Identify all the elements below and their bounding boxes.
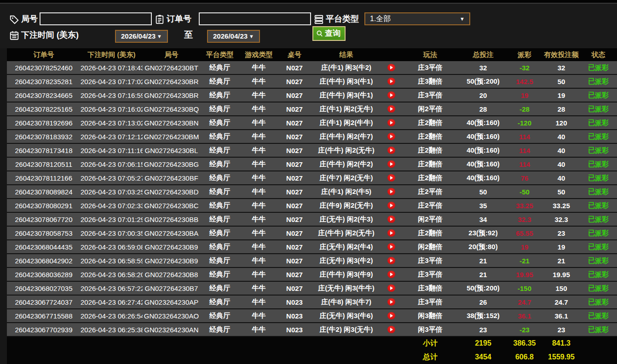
replay-play-button[interactable] [387, 229, 395, 237]
cell-round-no: GN027264230BA [143, 226, 200, 240]
table-row: 260423078252460 2026-04-23 07:18:43 GN02… [7, 61, 617, 74]
cell-payout: 19 [506, 88, 543, 102]
cell-platform-type: 经典厅 [200, 199, 239, 212]
cell-valid-bet: 23 [543, 226, 580, 240]
replay-play-button[interactable] [387, 216, 395, 223]
date-to-value: 2026/04/23 [213, 32, 248, 40]
cell-order-no: 260423078058753 [7, 226, 81, 240]
cell-replay [382, 88, 400, 102]
cell-table-no: N027 [278, 199, 311, 212]
cell-game-type: 牛牛 [239, 130, 278, 143]
replay-play-button[interactable] [387, 64, 395, 71]
cell-bet-time: 2026-04-23 07:16:59 [81, 88, 143, 102]
replay-play-button[interactable] [387, 312, 395, 319]
replay-play-button[interactable] [387, 326, 395, 333]
cell-order-no: 260423078067720 [7, 212, 81, 226]
cell-status: 已派彩 [580, 102, 617, 116]
cell-order-no: 260423068036289 [7, 267, 81, 281]
search-icon [316, 30, 323, 37]
replay-play-button[interactable] [387, 243, 395, 250]
cell-status: 已派彩 [580, 116, 617, 130]
cell-platform-type: 经典厅 [200, 157, 239, 171]
table-row: 260423078183932 2026-04-23 07:12:12 GN02… [7, 130, 617, 143]
table-row: 260423078067720 2026-04-23 07:01:29 GN02… [7, 212, 617, 226]
replay-play-button[interactable] [387, 174, 395, 182]
replay-play-button[interactable] [387, 284, 395, 292]
cell-round-no: GN027264230BD [143, 185, 200, 199]
col-header-payout: 派彩 [506, 48, 543, 61]
replay-play-button[interactable] [387, 78, 395, 85]
cell-bet-time: 2026-04-23 07:03:25 [81, 185, 143, 199]
cell-play-method: 庄3平倍 [400, 267, 460, 281]
replay-play-button[interactable] [387, 147, 395, 154]
cell-round-no: GN027264230B9 [143, 240, 200, 254]
cell-result: 庄(牛2) 闲3(无牛) [311, 323, 382, 336]
cell-status: 已派彩 [580, 323, 617, 336]
cell-valid-bet: 40 [543, 171, 580, 185]
cell-payout: 33.25 [506, 199, 543, 212]
cell-total-bet: 26 [460, 295, 506, 309]
replay-play-button[interactable] [387, 271, 395, 278]
replay-play-button[interactable] [387, 160, 395, 168]
cell-valid-bet: 32.3 [543, 212, 580, 226]
play-icon [390, 135, 393, 138]
replay-play-button[interactable] [387, 188, 395, 195]
cell-game-type: 牛牛 [239, 281, 278, 295]
round-no-input[interactable] [40, 12, 152, 25]
cell-table-no: N027 [278, 267, 311, 281]
cell-total-bet: 40(预:160) [460, 157, 506, 171]
cell-bet-time: 2026-04-23 07:18:43 [81, 61, 143, 74]
search-button[interactable]: 查询 [312, 26, 346, 41]
cell-status: 已派彩 [580, 171, 617, 185]
replay-play-button[interactable] [387, 119, 395, 126]
cell-order-no: 260423078252460 [7, 61, 81, 74]
cell-play-method: 庄2平倍 [400, 185, 460, 199]
cell-bet-time: 2026-04-23 07:06:15 [81, 157, 143, 171]
cell-total-bet: 23(预:92) [460, 226, 506, 240]
replay-play-button[interactable] [387, 257, 395, 264]
cell-table-no: N027 [278, 240, 311, 254]
cell-total-bet: 40(预:160) [460, 143, 506, 157]
cell-total-bet: 32 [460, 61, 506, 74]
play-icon [390, 300, 393, 304]
table-row: 260423078120511 2026-04-23 07:06:15 GN02… [7, 157, 617, 171]
cell-order-no: 260423068044435 [7, 240, 81, 254]
grand-total-label: 总计 [400, 350, 460, 364]
replay-play-button[interactable] [387, 133, 395, 140]
cell-round-no: GN027264230BR [143, 74, 200, 88]
cell-platform-type: 经典厅 [200, 116, 239, 130]
replay-play-button[interactable] [387, 202, 395, 209]
replay-play-button[interactable] [387, 91, 395, 99]
cell-total-bet: 50 [460, 185, 506, 199]
col-header-time: 下注时间 (美东) [81, 48, 143, 61]
table-header-row: 订单号 下注时间 (美东) 局号 平台类型 游戏类型 桌号 结果 玩法 总投注 … [7, 48, 617, 61]
col-header-valid-bet: 有效投注额 [543, 48, 580, 61]
cell-table-no: N023 [278, 295, 311, 309]
date-from-picker[interactable]: 2026/04/23▼ [115, 30, 168, 43]
platform-type-label: 平台类型 [326, 12, 359, 25]
play-icon [390, 121, 393, 125]
platform-type-select[interactable]: 1.全部 ▼ [364, 12, 470, 25]
cell-bet-time: 2026-04-23 07:02:33 [81, 199, 143, 212]
cell-valid-bet: 19 [543, 88, 580, 102]
cell-total-bet: 35 [460, 199, 506, 212]
cell-result: 庄(牛1) 闲2(牛5) [311, 185, 382, 199]
date-to-picker[interactable]: 2026/04/23▼ [207, 30, 260, 43]
cell-order-no: 260423067715588 [7, 309, 81, 323]
cell-status: 已派彩 [580, 226, 617, 240]
replay-play-button[interactable] [387, 298, 395, 306]
table-row: 260423068044435 2026-04-23 06:59:08 GN02… [7, 240, 617, 254]
table-row: 260423078173418 2026-04-23 07:11:16 GN02… [7, 143, 617, 157]
cell-total-bet: 40(预:160) [460, 171, 506, 185]
cell-order-no: 260423067702939 [7, 323, 81, 336]
replay-play-button[interactable] [387, 105, 395, 113]
cell-game-type: 牛牛 [239, 240, 278, 254]
table-row: 260423078080291 2026-04-23 07:02:33 GN02… [7, 199, 617, 212]
order-no-input[interactable] [199, 12, 311, 25]
play-icon [390, 80, 393, 83]
cell-payout: 32.3 [506, 212, 543, 226]
to-label: 至 [184, 28, 193, 41]
cell-result: 庄(牛1) 闲2(牛牛) [311, 116, 382, 130]
cell-table-no: N023 [278, 309, 311, 323]
col-header-total-bet: 总投注 [460, 48, 506, 61]
